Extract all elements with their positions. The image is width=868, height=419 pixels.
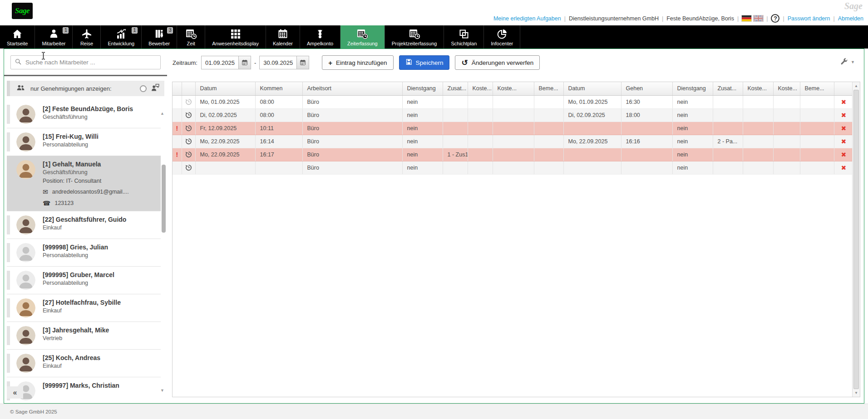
employee-list-item[interactable]: [1] Gehalt, ManuelaGeschäftsführungPosit… [7,156,161,211]
history-icon[interactable] [185,137,192,145]
entry-cell[interactable] [534,135,563,148]
entry-cell[interactable]: nein [402,161,443,174]
entry-cell[interactable] [713,108,743,122]
employee-list-item[interactable]: [999998] Gries, JulianPersonalabteilung [7,239,161,267]
sidebar-scrollbar-thumb[interactable] [162,165,166,233]
entry-cell[interactable] [713,148,743,161]
entry-cell[interactable] [493,122,534,135]
entry-cell[interactable]: Büro [302,108,402,122]
scroll-up-icon[interactable]: ▲ [853,84,860,88]
entry-cell[interactable] [468,148,493,161]
entry-cell[interactable]: 18:00 [621,108,672,122]
entry-cell[interactable]: nein [672,108,713,122]
entry-cell[interactable] [800,135,834,148]
delete-row-icon[interactable]: ✖ [841,138,846,145]
employee-list-item[interactable]: [25] Koch, AndreasEinkauf [7,350,161,377]
entry-cell[interactable]: Mo, 01.09.2025 [195,95,255,108]
entry-cell[interactable] [443,161,468,174]
entry-cell[interactable] [773,122,800,135]
entry-cell[interactable] [800,95,834,108]
entry-cell[interactable] [743,135,773,148]
approvals-filter-toggle[interactable] [140,85,147,92]
entry-cell[interactable]: Fr, 12.09.2025 [195,122,255,135]
history-icon[interactable] [185,164,192,171]
nav-item-infocenter[interactable]: Infocenter [484,25,520,49]
search-input[interactable] [25,59,160,66]
entry-cell[interactable]: Büro [302,122,402,135]
entry-cell[interactable] [743,122,773,135]
delete-row-icon[interactable]: ✖ [841,151,846,158]
entry-cell[interactable] [443,135,468,148]
entry-cell[interactable]: nein [672,161,713,174]
nav-item-startseite[interactable]: Startseite [0,25,35,49]
entry-cell[interactable]: 16:30 [621,95,672,108]
entry-cell[interactable] [743,161,773,174]
entry-cell[interactable]: Büro [302,148,402,161]
entry-cell[interactable] [493,135,534,148]
entry-cell[interactable]: 10:11 [255,122,302,135]
entry-cell[interactable] [773,95,800,108]
entry-cell[interactable] [468,161,493,174]
entry-cell[interactable] [493,108,534,122]
entry-cell[interactable] [621,161,672,174]
history-icon[interactable] [185,151,192,158]
entry-cell[interactable]: Mo, 01.09.2025 [563,95,621,108]
sidebar-collapse-button[interactable]: « [7,386,23,399]
nav-item-ampelkonto[interactable]: Ampelkonto [300,25,340,49]
entry-cell[interactable] [713,122,743,135]
entry-cell[interactable] [773,135,800,148]
top-link-passwort-ndern[interactable]: Passwort ändern [788,15,830,22]
employee-list-item[interactable]: [2] Feste BeundAbzüge, BorisGeschäftsfüh… [7,101,161,128]
entry-cell[interactable] [468,122,493,135]
employee-list-item[interactable]: [15] Frei-Kug, WilliPersonalabteilung [7,128,161,156]
entry-cell[interactable]: nein [672,148,713,161]
entry-cell[interactable]: nein [672,135,713,148]
entry-cell[interactable] [713,95,743,108]
entry-cell[interactable] [534,148,563,161]
entry-cell[interactable] [713,161,743,174]
delete-row-icon[interactable]: ✖ [841,98,846,106]
save-button[interactable]: Speichern [399,55,450,70]
entry-cell[interactable] [443,108,468,122]
top-link-meine-erledigten-aufgaben[interactable]: Meine erledigten Aufgaben [493,15,561,22]
entry-cell[interactable] [534,161,563,174]
entry-cell[interactable] [800,148,834,161]
entry-cell[interactable] [621,122,672,135]
delete-row-icon[interactable]: ✖ [841,112,846,119]
nav-item-projektzeiterfassung[interactable]: Projektzeiterfassung [385,25,444,49]
entry-cell[interactable]: Mo, 22.09.2025 [195,135,255,148]
nav-item-schichtplan[interactable]: Schichtplan [444,25,484,49]
date-from-input[interactable] [201,56,238,69]
entry-cell[interactable] [563,122,621,135]
entry-cell[interactable]: 08:00 [255,108,302,122]
entry-cell[interactable]: 16:17 [255,148,302,161]
entry-cell[interactable]: nein [402,108,443,122]
entry-cell[interactable]: Mo, 22.09.2025 [563,135,621,148]
entry-cell[interactable] [743,95,773,108]
nav-item-mitarbeiter[interactable]: 1Mitarbeiter [35,25,73,49]
entry-cell[interactable] [468,95,493,108]
delete-row-icon[interactable]: ✖ [841,125,846,132]
discard-changes-button[interactable]: ↺ Änderungen verwerfen [455,55,540,70]
entry-cell[interactable]: 16:16 [621,135,672,148]
top-link-abmelden[interactable]: Abmelden [838,15,863,22]
nav-item-zeiterfassung[interactable]: Zeiterfassung [340,25,385,49]
entry-cell[interactable] [255,161,302,174]
delete-row-icon[interactable]: ✖ [841,164,846,171]
entry-cell[interactable]: 2 - Pa... [713,135,743,148]
nav-item-kalender[interactable]: Kalender [266,25,300,49]
settings-dropdown[interactable]: ▼ [840,57,855,67]
list-scroll-up-icon[interactable]: ▲ [160,111,164,116]
history-icon[interactable] [185,98,192,106]
history-icon[interactable] [185,124,192,132]
entry-cell[interactable] [563,161,621,174]
entry-cell[interactable] [773,161,800,174]
employee-list-item[interactable]: [22] Geschäftsführer, GuidoEinkauf [7,211,161,239]
entry-cell[interactable] [195,161,255,174]
entry-cell[interactable] [534,108,563,122]
entry-cell[interactable]: Büro [302,135,402,148]
entry-cell[interactable] [773,148,800,161]
entry-cell[interactable] [743,148,773,161]
employee-list-item[interactable]: [999997] Marks, Christian [7,377,161,403]
nav-item-bewerber[interactable]: 3Bewerber [142,25,177,49]
